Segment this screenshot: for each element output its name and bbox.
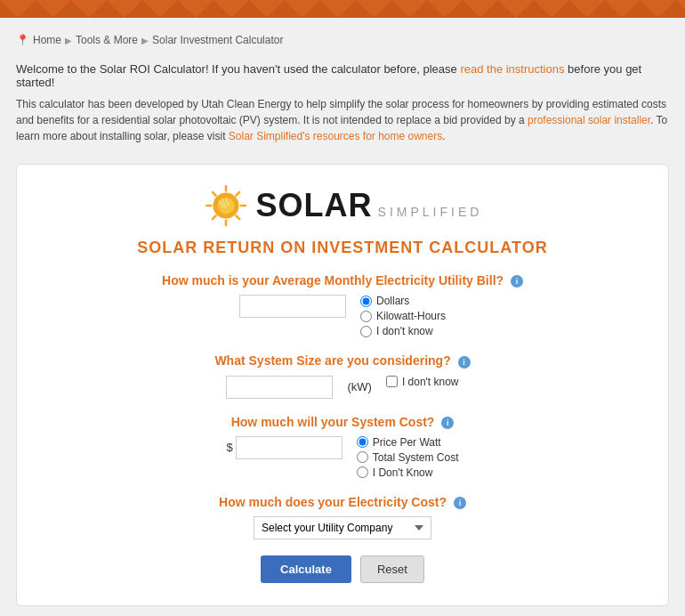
q4-section: How much does your Electricity Cost? i S…: [44, 495, 641, 539]
q2-question: What System Size are you considering? i: [44, 353, 641, 368]
logo-area: SOLAR SIMPLIFIED: [44, 182, 641, 231]
breadcrumb-sep1: ▶: [65, 36, 72, 45]
breadcrumb-sep2: ▶: [141, 36, 149, 45]
q2-input[interactable]: [226, 376, 333, 399]
logo-simplified-text: SIMPLIFIED: [378, 205, 483, 219]
q1-form-row: Dollars Kilowatt-Hours I don't know: [44, 295, 641, 337]
calculate-button[interactable]: Calculate: [261, 555, 351, 583]
select-wrapper: Select your Utility Company: [44, 516, 641, 539]
button-row: Calculate Reset: [44, 555, 641, 583]
q1-radio-group: Dollars Kilowatt-Hours I don't know: [360, 295, 446, 337]
breadcrumb-current: Solar Investment Calculator: [152, 34, 283, 46]
body-end: .: [442, 130, 445, 142]
q2-checkbox-unknown[interactable]: I don't know: [386, 376, 459, 388]
q3-section: How much will your System Cost? i $ Pric…: [44, 415, 641, 479]
q3-radio-total[interactable]: Total System Cost: [357, 451, 459, 464]
q2-section: What System Size are you considering? i …: [44, 353, 641, 398]
svg-point-2: [217, 198, 234, 215]
logo-text-right: SOLAR SIMPLIFIED: [256, 187, 483, 224]
breadcrumb: 📍 Home ▶ Tools & More ▶ Solar Investment…: [16, 27, 669, 52]
q1-question: How much is your Average Monthly Electri…: [44, 273, 641, 288]
intro-section: Welcome to the Solar ROI Calculator! If …: [16, 62, 669, 153]
q3-form-row: $ Price Per Watt Total System Cost: [44, 436, 641, 479]
intro-welcome: Welcome to the Solar ROI Calculator! If …: [16, 62, 669, 89]
logo-container: SOLAR SIMPLIFIED: [203, 182, 483, 229]
q4-info-icon[interactable]: i: [454, 497, 466, 509]
q4-question: How much does your Electricity Cost? i: [44, 495, 641, 509]
logo-solar-text: SOLAR: [256, 187, 373, 224]
reset-button[interactable]: Reset: [360, 555, 424, 583]
resources-link[interactable]: Solar Simplified's resources for home ow…: [229, 130, 442, 142]
intro-body: This calculator has been developed by Ut…: [16, 96, 669, 144]
q1-info-icon[interactable]: i: [511, 275, 523, 288]
q1-input[interactable]: [239, 295, 346, 318]
svg-line-7: [213, 192, 216, 196]
q3-question: How much will your System Cost? i: [44, 415, 641, 429]
dollar-input-wrapper: $: [227, 436, 342, 459]
q3-info-icon[interactable]: i: [441, 417, 454, 429]
q1-radio-kwh[interactable]: Kilowatt-Hours: [360, 310, 446, 322]
q1-section: How much is your Average Monthly Electri…: [44, 273, 641, 337]
kw-label: (kW): [347, 380, 371, 393]
q3-radio-ppw[interactable]: Price Per Watt: [357, 436, 459, 449]
svg-marker-0: [0, 0, 685, 18]
calculator-title: SOLAR RETURN ON INVESTMENT CALCULATOR: [44, 239, 641, 257]
sun-logo: [203, 182, 249, 229]
q2-info-icon[interactable]: i: [458, 356, 471, 369]
svg-line-9: [236, 192, 239, 196]
q1-radio-dollars[interactable]: Dollars: [360, 295, 446, 307]
q3-radio-group: Price Per Watt Total System Cost I Don't…: [357, 436, 459, 479]
instructions-link[interactable]: read the instructions: [460, 62, 564, 76]
q3-input[interactable]: [236, 436, 342, 459]
breadcrumb-home[interactable]: Home: [33, 34, 61, 46]
breadcrumb-tools[interactable]: Tools & More: [76, 34, 138, 46]
calculator-card: SOLAR SIMPLIFIED SOLAR RETURN ON INVESTM…: [16, 164, 669, 606]
dollar-sign: $: [227, 441, 233, 454]
location-icon: 📍: [16, 34, 29, 46]
q1-radio-unknown[interactable]: I don't know: [360, 325, 446, 337]
installer-link[interactable]: professional solar installer: [528, 114, 650, 126]
q2-form-row: (kW) I don't know: [44, 376, 641, 399]
q3-radio-unknown[interactable]: I Don't Know: [357, 466, 459, 479]
svg-line-10: [213, 215, 216, 219]
utility-select[interactable]: Select your Utility Company: [254, 516, 431, 539]
svg-line-8: [236, 215, 239, 219]
welcome-text: Welcome to the Solar ROI Calculator! If …: [16, 62, 460, 76]
